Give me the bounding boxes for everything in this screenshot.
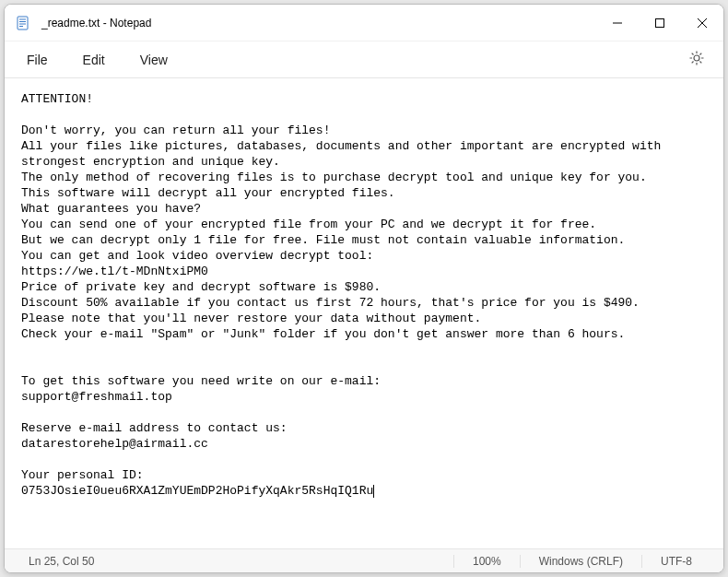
notepad-icon	[16, 16, 30, 30]
status-zoom[interactable]: 100%	[453, 555, 520, 568]
text-line: Your personal ID:	[21, 468, 144, 482]
text-line: All your files like pictures, databases,…	[21, 139, 668, 169]
minimize-button[interactable]	[596, 5, 639, 41]
text-line: Check your e-mail "Spam" or "Junk" folde…	[21, 327, 625, 341]
text-line: https://we.tl/t-MDnNtxiPM0	[21, 265, 208, 278]
titlebar: _readme.txt - Notepad	[5, 5, 723, 41]
text-line: 0753JOsieI0ueu6RXA1ZmYUEmDP2HoPifyXqAkr5…	[21, 484, 373, 498]
text-line: datarestorehelp@airmail.cc	[21, 437, 208, 451]
svg-line-16	[692, 61, 694, 63]
svg-line-15	[700, 61, 702, 63]
text-line: Price of private key and decrypt softwar…	[21, 280, 381, 294]
text-editor[interactable]: ATTENTION! Don't worry, you can return a…	[5, 78, 723, 548]
maximize-icon	[655, 18, 664, 28]
menu-edit[interactable]: Edit	[74, 47, 114, 73]
notepad-window: _readme.txt - Notepad File Edit View	[4, 4, 724, 573]
settings-button[interactable]	[683, 44, 710, 76]
close-button[interactable]	[681, 5, 723, 41]
text-line: What guarantees you have?	[21, 202, 201, 216]
text-line: support@freshmail.top	[21, 390, 172, 404]
status-encoding: UTF-8	[641, 555, 710, 568]
statusbar: Ln 25, Col 50 100% Windows (CRLF) UTF-8	[5, 548, 723, 572]
svg-rect-6	[656, 18, 664, 27]
svg-line-17	[700, 53, 702, 54]
text-line: But we can decrypt only 1 file for free.…	[21, 233, 625, 247]
close-icon	[698, 18, 707, 28]
gear-icon	[688, 50, 705, 66]
text-line: Discount 50% available if you contact us…	[21, 296, 640, 310]
window-title: _readme.txt - Notepad	[41, 17, 596, 29]
status-position: Ln 25, Col 50	[18, 555, 105, 568]
menu-file[interactable]: File	[18, 47, 57, 73]
text-line: To get this software you need write on o…	[21, 374, 381, 388]
window-controls	[596, 5, 723, 41]
text-caret	[373, 485, 374, 498]
svg-line-14	[692, 53, 694, 54]
text-line: The only method of recovering files is t…	[21, 171, 647, 184]
svg-rect-0	[18, 17, 28, 29]
status-lineending: Windows (CRLF)	[520, 555, 641, 568]
menubar: File Edit View	[5, 41, 723, 78]
text-line: You can send one of your encrypted file …	[21, 218, 596, 231]
text-line: Please note that you'll never restore yo…	[21, 312, 481, 325]
text-line: This software will decrypt all your encr…	[21, 186, 395, 200]
text-line: You can get and look video overview decr…	[21, 249, 373, 263]
text-line: Reserve e-mail address to contact us:	[21, 421, 288, 435]
text-line: ATTENTION!	[21, 92, 93, 106]
maximize-button[interactable]	[639, 5, 681, 41]
text-line: Don't worry, you can return all your fil…	[21, 124, 330, 137]
menu-view[interactable]: View	[131, 47, 177, 73]
minimize-icon	[613, 18, 622, 28]
svg-point-9	[694, 55, 699, 61]
